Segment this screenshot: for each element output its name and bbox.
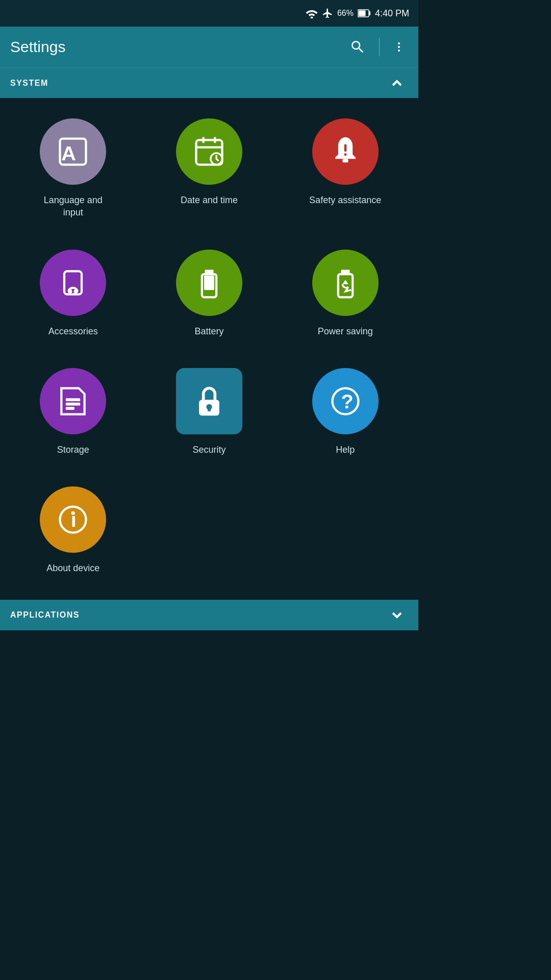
storage-label: Storage (57, 444, 89, 456)
power-saving-icon (328, 265, 363, 300)
settings-item-power-saving[interactable]: Power saving (277, 244, 413, 342)
security-icon-wrapper (176, 368, 242, 434)
applications-section-header[interactable]: APPLICATIONS (0, 600, 418, 630)
svg-point-5 (398, 46, 400, 48)
svg-rect-14 (342, 159, 348, 162)
svg-point-18 (68, 289, 72, 293)
language-input-icon-wrapper: A (40, 118, 106, 185)
svg-rect-27 (66, 407, 74, 410)
svg-rect-2 (358, 11, 365, 16)
help-label: Help (336, 444, 355, 456)
svg-rect-21 (205, 270, 213, 274)
svg-point-4 (398, 42, 400, 44)
settings-item-storage[interactable]: Storage (5, 363, 141, 461)
language-input-icon: A (56, 134, 90, 169)
storage-icon (56, 384, 90, 419)
more-options-icon (393, 41, 405, 53)
accessories-label: Accessories (48, 325, 98, 337)
power-saving-label: Power saving (318, 325, 373, 337)
app-bar-actions (346, 36, 408, 58)
safety-assistance-label: Safety assistance (309, 194, 381, 206)
battery-settings-icon (192, 265, 227, 300)
settings-item-accessories[interactable]: Accessories (5, 244, 141, 342)
time-display: 4:40 PM (375, 8, 409, 19)
svg-rect-30 (208, 407, 211, 411)
chevron-up-icon (389, 75, 405, 91)
language-input-label: Language and input (44, 194, 103, 219)
help-icon-wrapper: ? (312, 368, 379, 434)
svg-text:?: ? (341, 390, 353, 412)
applications-section-title: APPLICATIONS (10, 610, 80, 620)
about-device-label: About device (46, 562, 99, 574)
svg-rect-16 (344, 153, 346, 156)
svg-rect-23 (338, 274, 352, 297)
storage-icon-wrapper (40, 368, 106, 434)
date-time-label: Date and time (181, 194, 238, 206)
settings-item-date-time[interactable]: Date and time (141, 113, 278, 224)
battery-icon-wrapper (176, 250, 242, 316)
svg-rect-25 (66, 398, 80, 401)
svg-rect-17 (64, 271, 82, 294)
svg-rect-15 (344, 144, 346, 152)
settings-item-help[interactable]: ? Help (277, 363, 413, 461)
expand-applications-button[interactable] (386, 604, 408, 626)
chevron-down-icon (389, 607, 405, 623)
security-label: Security (192, 444, 226, 456)
safety-assistance-icon-wrapper (312, 118, 379, 185)
battery-icon (358, 9, 371, 18)
settings-item-language-input[interactable]: A Language and input (5, 113, 141, 224)
svg-rect-22 (204, 275, 214, 289)
divider (379, 38, 380, 56)
svg-point-0 (310, 17, 313, 19)
battery-label: Battery (194, 325, 223, 337)
help-icon: ? (328, 384, 363, 419)
about-device-icon-wrapper: i (40, 486, 106, 553)
settings-item-about-device[interactable]: i About device (5, 481, 141, 579)
status-bar: 66% 4:40 PM (0, 0, 418, 27)
status-icons: 66% 4:40 PM (306, 8, 409, 19)
battery-percentage: 66% (337, 9, 354, 18)
security-icon (192, 384, 227, 419)
svg-point-6 (398, 50, 400, 52)
airplane-icon (322, 8, 333, 19)
date-time-icon (192, 134, 227, 169)
system-section-header[interactable]: SYSTEM (0, 67, 418, 98)
date-time-icon-wrapper (176, 118, 242, 185)
settings-grid-container: A Language and input Date and time (0, 98, 418, 590)
settings-grid: A Language and input Date and time (5, 113, 413, 579)
page-title: Settings (10, 38, 346, 56)
more-options-button[interactable] (390, 38, 408, 56)
collapse-system-button[interactable] (386, 72, 408, 94)
system-section-title: SYSTEM (10, 79, 48, 88)
accessories-icon (56, 265, 90, 300)
app-bar: Settings (0, 27, 418, 67)
svg-point-35 (71, 511, 75, 515)
svg-point-19 (74, 289, 79, 293)
svg-text:A: A (62, 142, 77, 164)
accessories-icon-wrapper (40, 250, 106, 316)
svg-rect-26 (66, 403, 80, 406)
settings-item-security[interactable]: Security (141, 363, 278, 461)
wifi-icon (306, 8, 318, 18)
svg-rect-3 (369, 11, 370, 15)
safety-assistance-icon (328, 134, 363, 169)
settings-item-safety-assistance[interactable]: Safety assistance (277, 113, 413, 224)
settings-item-battery[interactable]: Battery (141, 244, 278, 342)
power-saving-icon-wrapper (312, 250, 379, 316)
about-device-icon: i (56, 502, 90, 537)
svg-rect-24 (341, 270, 349, 274)
search-button[interactable] (346, 36, 369, 58)
search-icon (349, 39, 366, 55)
